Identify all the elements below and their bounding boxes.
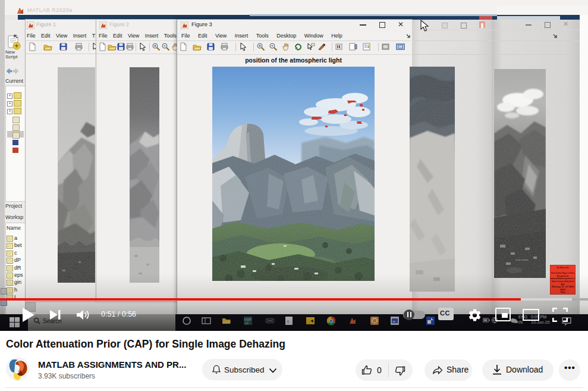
svg-text:www.matlab: www.matlab xyxy=(515,258,529,261)
